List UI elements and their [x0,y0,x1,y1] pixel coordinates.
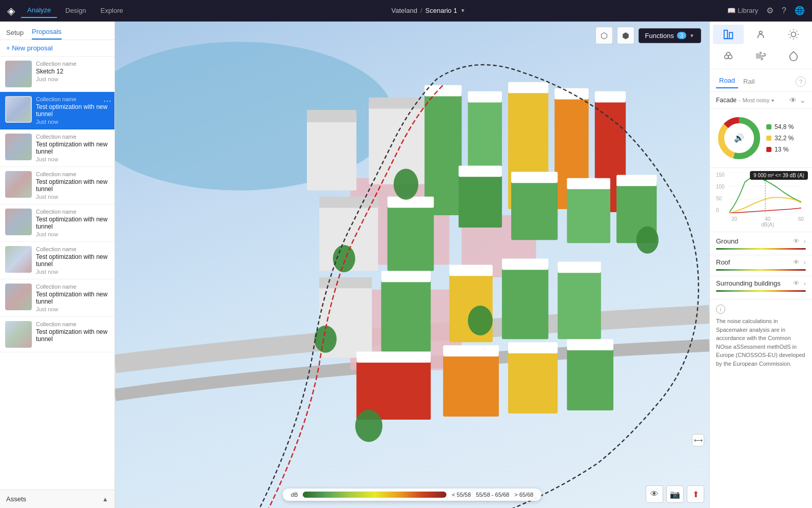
info-note-text: The noise calculations in Spacemaker ana… [716,317,806,368]
new-proposal-row: + New proposal [0,40,114,57]
proposal-item[interactable]: Collection name Test optimization with n… [0,204,114,242]
proposal-menu-icon[interactable]: ⋯ [103,96,111,106]
svg-rect-21 [388,203,434,271]
assets-footer[interactable]: Assets ▲ [0,490,114,508]
expand-icon[interactable]: ⌄ [800,96,806,104]
globe-icon[interactable]: 🌐 [795,6,805,15]
book-icon: 📖 [727,7,736,14]
proposal-time: Just now [36,76,109,82]
facade-row: Facade - Most noisy ▾ 👁 ⌄ [710,92,812,109]
3d-scene [115,22,709,508]
proposal-time: Just now [36,269,109,275]
water-analysis-button[interactable] [778,46,809,66]
camera-button[interactable]: 📷 [666,485,684,503]
wind-analysis-button[interactable] [746,46,777,66]
tab-analyze[interactable]: Analyze [21,3,57,18]
svg-point-59 [791,32,796,36]
ground-eye-icon[interactable]: 👁 [793,237,800,245]
surrounding-eye-icon[interactable]: 👁 [793,279,800,287]
proposal-item[interactable]: Collection name Test optimization with n… [0,317,114,352]
proposal-item[interactable]: Collection name Test optimization with n… [0,129,114,167]
ground-expand-icon[interactable]: › [804,237,806,245]
sunlight-analysis-button[interactable] [746,25,777,44]
new-proposal-button[interactable]: + New proposal [6,44,53,52]
svg-rect-24 [458,166,501,177]
expand-icon[interactable]: ⟷ [692,434,704,446]
eye-icon[interactable]: 👁 [789,96,797,104]
library-button[interactable]: 📖 Library [727,7,758,14]
proposal-thumbnail [5,321,32,348]
proposal-time: Just now [36,194,109,200]
settings-icon[interactable]: ⚙ [766,6,774,15]
facade-expand-icon: ▾ [771,98,774,103]
svg-rect-37 [502,265,548,340]
collection-name-label: Collection name [36,209,109,215]
droplet-icon [788,50,799,62]
view3d-toolbar: ⬡ ⬢ Functions 3 ▼ [115,27,709,44]
roof-expand-icon[interactable]: › [804,258,806,266]
tab-design[interactable]: Design [59,4,92,17]
tab-rail[interactable]: Rail [740,76,758,87]
svg-rect-28 [567,178,610,190]
assets-label: Assets [6,495,26,503]
chevron-down-icon: ▼ [689,33,694,39]
svg-line-67 [797,31,797,31]
proposal-time: Just now [36,306,109,312]
roof-label: Roof [716,258,730,266]
svg-rect-34 [381,271,431,283]
proposal-thumbnail [5,171,32,198]
svg-rect-42 [356,351,431,363]
tab-proposals[interactable]: Proposals [32,26,62,40]
collection-name-label: Collection name [36,134,109,140]
ground-label: Ground [716,237,738,245]
roof-eye-icon[interactable]: 👁 [793,258,800,266]
svg-line-66 [790,37,790,38]
surrounding-buildings-section-row[interactable]: Surrounding buildings 👁 › [710,276,812,299]
proposal-item-active[interactable]: Collection name Test optimization with n… [0,92,114,129]
help-icon[interactable]: ? [796,77,806,87]
proposals-list: Collection name Sketch 12 Just now Colle… [0,57,114,490]
tab-road[interactable]: Road [716,74,738,88]
svg-rect-43 [443,351,499,417]
legend-db-label: dB [291,492,298,498]
functions-badge: 3 [677,32,686,39]
proposal-item[interactable]: Collection name Test optimization with n… [0,279,114,317]
chart-tooltip: 9 000 m² <= 39 dB (A) [750,171,808,180]
svg-rect-12 [468,91,502,103]
proposal-item[interactable]: Collection name Sketch 12 Just now [0,57,114,92]
eye-toggle-button[interactable]: 👁 [646,485,663,503]
tab-setup[interactable]: Setup [6,26,24,40]
proposal-title: Test optimization with new tunnel [36,141,109,155]
sidebar-tabs: Setup Proposals [0,22,114,40]
legend-range2: 55/58 - 65/68 [476,492,509,498]
view2d-button[interactable]: ⬡ [595,27,613,44]
right-panel: Road Rail ? Facade - Most noisy ▾ 👁 ⌄ [709,22,812,508]
proposal-title: Test optimization with new tunnel [36,178,109,193]
sun-analysis-button[interactable] [778,25,809,44]
proposal-title: Test optimization with new tunnel [36,103,109,118]
legend-red-pct: 13 % [775,146,788,153]
proposal-thumbnail [5,209,32,235]
proposal-item[interactable]: Collection name Test optimization with n… [0,242,114,279]
svg-rect-23 [458,172,501,228]
view-analysis-button[interactable] [713,46,744,66]
compass-button[interactable]: ⬆ [687,485,704,503]
view3d-button[interactable]: ⬢ [617,27,634,44]
svg-rect-18 [595,91,626,103]
buildings-analysis-button[interactable] [713,25,744,44]
proposal-item[interactable]: Collection name Test optimization with n… [0,167,114,204]
proposal-thumbnail [5,284,32,310]
svg-point-69 [728,55,732,59]
proposal-thumbnail [5,61,32,87]
surrounding-expand-icon[interactable]: › [804,279,806,287]
functions-button[interactable]: Functions 3 ▼ [639,28,701,43]
help-icon[interactable]: ? [782,6,786,15]
svg-rect-45 [508,348,558,413]
roof-section-row[interactable]: Roof 👁 › [710,255,812,276]
tab-explore[interactable]: Explore [94,4,129,17]
svg-point-54 [636,227,659,254]
svg-rect-30 [616,175,656,186]
project-title[interactable]: Vateland / Scenario 1 ▼ [392,7,466,14]
ground-section-row[interactable]: Ground 👁 › [710,232,812,255]
collection-name-label: Collection name [36,321,109,327]
